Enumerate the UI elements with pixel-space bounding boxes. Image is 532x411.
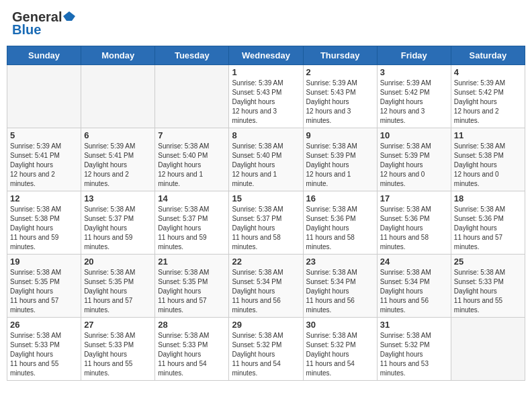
day-cell: 19Sunrise: 5:38 AMSunset: 5:35 PMDayligh… [7,255,81,318]
day-number: 7 [158,130,226,140]
day-info: Sunrise: 5:38 AMSunset: 5:40 PMDaylight … [158,142,226,189]
day-cell: 29Sunrise: 5:38 AMSunset: 5:32 PMDayligh… [229,318,303,381]
day-cell [81,65,155,128]
day-cell: 27Sunrise: 5:38 AMSunset: 5:33 PMDayligh… [81,318,155,381]
day-number: 27 [84,320,152,330]
day-info: Sunrise: 5:38 AMSunset: 5:33 PMDaylight … [10,331,78,378]
day-number: 25 [454,257,522,267]
day-info: Sunrise: 5:38 AMSunset: 5:34 PMDaylight … [306,268,374,315]
day-cell [155,65,229,128]
day-number: 18 [454,193,522,203]
day-number: 14 [158,193,226,203]
day-info: Sunrise: 5:38 AMSunset: 5:37 PMDaylight … [84,205,152,252]
day-number: 26 [10,320,78,330]
day-cell: 11Sunrise: 5:38 AMSunset: 5:38 PMDayligh… [451,128,525,191]
svg-marker-0 [63,11,75,21]
day-number: 28 [158,320,226,330]
day-info: Sunrise: 5:39 AMSunset: 5:42 PMDaylight … [380,79,448,126]
col-header-tuesday: Tuesday [155,46,229,65]
day-cell [7,65,81,128]
day-info: Sunrise: 5:38 AMSunset: 5:33 PMDaylight … [84,331,152,378]
day-cell: 18Sunrise: 5:38 AMSunset: 5:36 PMDayligh… [451,191,525,255]
logo-bird-icon [63,10,75,22]
day-cell: 20Sunrise: 5:38 AMSunset: 5:35 PMDayligh… [81,255,155,318]
day-cell: 14Sunrise: 5:38 AMSunset: 5:37 PMDayligh… [155,191,229,255]
col-header-thursday: Thursday [303,46,377,65]
day-info: Sunrise: 5:38 AMSunset: 5:36 PMDaylight … [306,205,374,252]
day-cell: 24Sunrise: 5:38 AMSunset: 5:34 PMDayligh… [377,255,451,318]
day-cell: 26Sunrise: 5:38 AMSunset: 5:33 PMDayligh… [7,318,81,381]
day-number: 31 [380,320,448,330]
day-cell: 25Sunrise: 5:38 AMSunset: 5:33 PMDayligh… [451,255,525,318]
col-header-monday: Monday [81,46,155,65]
day-info: Sunrise: 5:38 AMSunset: 5:36 PMDaylight … [454,205,522,252]
day-info: Sunrise: 5:39 AMSunset: 5:43 PMDaylight … [232,79,300,126]
day-info: Sunrise: 5:39 AMSunset: 5:41 PMDaylight … [84,142,152,189]
day-cell: 8Sunrise: 5:38 AMSunset: 5:40 PMDaylight… [229,128,303,191]
week-row-1: 1Sunrise: 5:39 AMSunset: 5:43 PMDaylight… [7,65,525,128]
day-info: Sunrise: 5:38 AMSunset: 5:34 PMDaylight … [232,268,300,315]
week-row-5: 26Sunrise: 5:38 AMSunset: 5:33 PMDayligh… [7,318,525,381]
day-info: Sunrise: 5:38 AMSunset: 5:37 PMDaylight … [232,205,300,252]
day-info: Sunrise: 5:38 AMSunset: 5:38 PMDaylight … [10,205,78,252]
day-cell: 31Sunrise: 5:38 AMSunset: 5:32 PMDayligh… [377,318,451,381]
day-number: 6 [84,130,152,140]
day-number: 29 [232,320,300,330]
day-number: 20 [84,257,152,267]
day-cell: 3Sunrise: 5:39 AMSunset: 5:42 PMDaylight… [377,65,451,128]
day-number: 24 [380,257,448,267]
day-cell: 13Sunrise: 5:38 AMSunset: 5:37 PMDayligh… [81,191,155,255]
calendar-table: SundayMondayTuesdayWednesdayThursdayFrid… [7,46,525,381]
col-header-friday: Friday [377,46,451,65]
day-number: 5 [10,130,78,140]
logo: General Blue [12,9,75,38]
col-header-sunday: Sunday [7,46,81,65]
day-cell: 30Sunrise: 5:38 AMSunset: 5:32 PMDayligh… [303,318,377,381]
day-number: 1 [232,67,300,77]
col-header-saturday: Saturday [451,46,525,65]
day-cell: 15Sunrise: 5:38 AMSunset: 5:37 PMDayligh… [229,191,303,255]
day-cell: 9Sunrise: 5:38 AMSunset: 5:39 PMDaylight… [303,128,377,191]
day-info: Sunrise: 5:38 AMSunset: 5:33 PMDaylight … [158,331,226,378]
day-cell: 1Sunrise: 5:39 AMSunset: 5:43 PMDaylight… [229,65,303,128]
col-header-wednesday: Wednesday [229,46,303,65]
day-info: Sunrise: 5:38 AMSunset: 5:32 PMDaylight … [306,331,374,378]
day-cell: 2Sunrise: 5:39 AMSunset: 5:43 PMDaylight… [303,65,377,128]
day-number: 2 [306,67,374,77]
day-number: 12 [10,193,78,203]
day-info: Sunrise: 5:38 AMSunset: 5:37 PMDaylight … [158,205,226,252]
day-info: Sunrise: 5:38 AMSunset: 5:32 PMDaylight … [380,331,448,378]
day-number: 8 [232,130,300,140]
day-info: Sunrise: 5:38 AMSunset: 5:35 PMDaylight … [158,268,226,315]
day-cell: 6Sunrise: 5:39 AMSunset: 5:41 PMDaylight… [81,128,155,191]
day-info: Sunrise: 5:38 AMSunset: 5:39 PMDaylight … [306,142,374,189]
day-info: Sunrise: 5:38 AMSunset: 5:35 PMDaylight … [10,268,78,315]
day-cell [451,318,525,381]
day-info: Sunrise: 5:38 AMSunset: 5:40 PMDaylight … [232,142,300,189]
day-info: Sunrise: 5:38 AMSunset: 5:39 PMDaylight … [380,142,448,189]
logo-blue-text: Blue [12,22,41,38]
day-number: 23 [306,257,374,267]
day-cell: 16Sunrise: 5:38 AMSunset: 5:36 PMDayligh… [303,191,377,255]
day-cell: 23Sunrise: 5:38 AMSunset: 5:34 PMDayligh… [303,255,377,318]
day-cell: 4Sunrise: 5:39 AMSunset: 5:42 PMDaylight… [451,65,525,128]
day-info: Sunrise: 5:39 AMSunset: 5:42 PMDaylight … [454,79,522,126]
day-number: 9 [306,130,374,140]
day-number: 11 [454,130,522,140]
day-number: 16 [306,193,374,203]
day-info: Sunrise: 5:38 AMSunset: 5:32 PMDaylight … [232,331,300,378]
day-info: Sunrise: 5:38 AMSunset: 5:33 PMDaylight … [454,268,522,315]
day-cell: 10Sunrise: 5:38 AMSunset: 5:39 PMDayligh… [377,128,451,191]
calendar-header-row: SundayMondayTuesdayWednesdayThursdayFrid… [7,46,525,65]
day-number: 17 [380,193,448,203]
page-header: General Blue [7,7,525,40]
week-row-3: 12Sunrise: 5:38 AMSunset: 5:38 PMDayligh… [7,191,525,255]
day-cell: 5Sunrise: 5:39 AMSunset: 5:41 PMDaylight… [7,128,81,191]
day-info: Sunrise: 5:39 AMSunset: 5:41 PMDaylight … [10,142,78,189]
day-cell: 22Sunrise: 5:38 AMSunset: 5:34 PMDayligh… [229,255,303,318]
day-number: 4 [454,67,522,77]
day-number: 19 [10,257,78,267]
day-number: 13 [84,193,152,203]
day-cell: 28Sunrise: 5:38 AMSunset: 5:33 PMDayligh… [155,318,229,381]
day-cell: 21Sunrise: 5:38 AMSunset: 5:35 PMDayligh… [155,255,229,318]
